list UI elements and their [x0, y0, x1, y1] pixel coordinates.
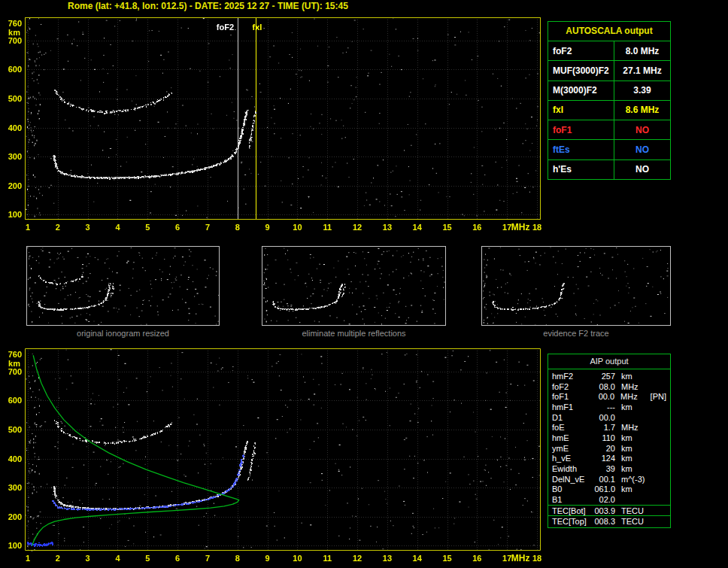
autoscala-row-label: foF1 — [548, 120, 614, 139]
aip-row-value: 1.7 — [591, 423, 615, 432]
aip-row-value: --- — [591, 402, 615, 412]
aip-row-value: 20 — [591, 444, 615, 453]
aip-row-value: 257 — [591, 372, 615, 381]
aip-output-table: AIP output hmF2257kmfoF208.0MHzfoF100.0M… — [548, 354, 671, 528]
aip-row-label: ymE — [552, 444, 591, 453]
aip-row: hmF2257km — [548, 371, 670, 381]
autoscala-table-header: AUTOSCALA output — [548, 22, 670, 41]
autoscala-row-value: 3.39 — [614, 81, 670, 100]
aip-row-label: TEC[Top] — [552, 517, 591, 526]
aip-row: TEC[Top]008.3TECU — [548, 515, 670, 527]
autoscala-row-value: 8.6 MHz — [614, 101, 670, 120]
autoscala-screen: Rome (lat: +41.8, lon: 012.5) - DATE: 20… — [0, 0, 728, 568]
aip-row-unit: km — [621, 402, 651, 412]
aip-row-value: 39 — [591, 464, 615, 473]
thumbnail-caption: eliminate multiple reflections — [262, 329, 446, 338]
autoscala-row: MUF(3000)F227.1 MHz — [548, 60, 670, 80]
aip-row-unit: MHz — [620, 392, 651, 401]
thumbnail-caption: original ionogram resized — [26, 329, 220, 338]
autoscala-row-label: M(3000)F2 — [548, 81, 614, 100]
aip-row-unit: km — [621, 464, 651, 473]
aip-row-label: foE — [552, 423, 591, 432]
aip-row: TEC[Bot]003.9TECU — [548, 505, 670, 516]
aip-row: foF208.0MHz — [548, 381, 670, 392]
aip-row-label: Ewidth — [552, 464, 591, 473]
autoscala-row-label: h'Es — [548, 160, 614, 179]
aip-row-label: TEC[Bot] — [552, 506, 591, 515]
autoscala-row-value: 8.0 MHz — [614, 41, 670, 60]
aip-row-unit: km — [621, 372, 651, 381]
aip-row: D100.0 — [548, 412, 670, 423]
aip-row-label: hmE — [552, 433, 591, 442]
aip-row-label: B0 — [552, 484, 591, 494]
aip-row-unit: MHz — [621, 423, 651, 432]
aip-row-value: 110 — [591, 433, 615, 442]
aip-row-unit: km — [621, 444, 651, 453]
aip-row-unit: MHz — [621, 382, 651, 391]
aip-row-label: foF1 — [552, 392, 590, 401]
aip-row-value: 124 — [591, 454, 615, 463]
aip-row: B102.0 — [548, 494, 670, 505]
autoscala-row-value: NO — [614, 160, 670, 179]
autoscala-table-rows: foF28.0 MHzMUF(3000)F227.1 MHzM(3000)F23… — [548, 41, 670, 179]
aip-row-label: B1 — [552, 495, 591, 504]
aip-row-label: DelN_vE — [552, 475, 591, 484]
thumbnail-caption: evidence F2 trace — [481, 329, 671, 338]
autoscala-row-label: ftEs — [548, 140, 614, 159]
aip-row-value: 00.0 — [591, 413, 615, 422]
autoscala-row-value: 27.1 MHz — [614, 61, 670, 80]
bottom-ionogram-canvas — [0, 343, 544, 568]
thumbnail-eliminate-reflections — [262, 246, 446, 326]
aip-row-value: 00.0 — [590, 392, 614, 401]
autoscala-row: foF28.0 MHz — [548, 41, 670, 60]
aip-row-unit: km — [621, 433, 651, 442]
aip-row: B0061.0km — [548, 484, 670, 494]
aip-row-label: hmF1 — [552, 402, 591, 412]
aip-row-label: h_vE — [552, 454, 591, 463]
autoscala-row: M(3000)F23.39 — [548, 80, 670, 100]
aip-row-unit: km — [621, 484, 651, 494]
aip-row-value: 061.0 — [591, 484, 615, 494]
aip-table-header: AIP output — [548, 354, 670, 369]
aip-row: h_vE124km — [548, 453, 670, 463]
aip-row: foF100.0MHz[PN] — [548, 391, 670, 402]
aip-row: ymE20km — [548, 443, 670, 454]
aip-row: hmE110km — [548, 433, 670, 443]
autoscala-row-value: NO — [614, 140, 670, 159]
top-ionogram-canvas — [0, 12, 544, 238]
aip-row-unit: m^(-3) — [621, 475, 651, 484]
aip-row: foE1.7MHz — [548, 422, 670, 433]
autoscala-row-label: MUF(3000)F2 — [548, 61, 614, 80]
aip-row-value: 02.0 — [591, 495, 615, 504]
autoscala-output-table: AUTOSCALA output foF28.0 MHzMUF(3000)F22… — [548, 21, 671, 180]
aip-row-label: hmF2 — [552, 372, 591, 381]
aip-row-unit: km — [621, 454, 651, 463]
aip-row-unit: TECU — [621, 506, 651, 515]
aip-table-rows: hmF2257kmfoF208.0MHzfoF100.0MHz[PN]hmF1-… — [548, 369, 670, 527]
aip-row-value: 008.3 — [591, 517, 615, 526]
aip-row-note: [PN] — [651, 392, 666, 401]
aip-row-value: 08.0 — [591, 382, 615, 391]
autoscala-row-label: foF2 — [548, 41, 614, 60]
autoscala-row: h'EsNO — [548, 159, 670, 179]
page-title: Rome (lat: +41.8, lon: 012.5) - DATE: 20… — [68, 1, 348, 11]
autoscala-row: foF1NO — [548, 120, 670, 139]
thumbnail-evidence-f2-trace — [481, 246, 671, 326]
aip-row: DelN_vE00.1m^(-3) — [548, 474, 670, 484]
autoscala-row-label: fxI — [548, 101, 614, 120]
aip-row-label: foF2 — [552, 382, 591, 391]
aip-row-label: D1 — [552, 413, 591, 422]
aip-row: hmF1---km — [548, 402, 670, 412]
autoscala-row-value: NO — [614, 120, 670, 139]
aip-row-unit: TECU — [621, 517, 651, 526]
autoscala-row: ftEsNO — [548, 139, 670, 159]
aip-row: Ewidth39km — [548, 463, 670, 474]
aip-row-value: 00.1 — [591, 475, 615, 484]
autoscala-row: fxI8.6 MHz — [548, 100, 670, 120]
thumbnail-original-ionogram — [26, 246, 220, 326]
aip-row-value: 003.9 — [591, 506, 615, 515]
